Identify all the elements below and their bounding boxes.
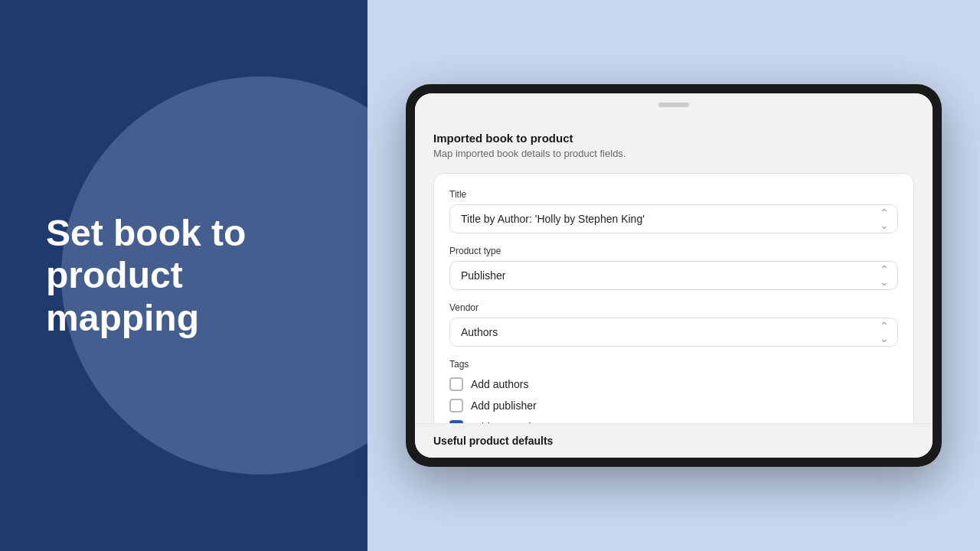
hero-heading: Set book to product mapping: [46, 212, 291, 339]
vendor-label: Vendor: [449, 302, 898, 313]
tablet-topbar: [415, 93, 933, 116]
left-panel: Set book to product mapping: [0, 0, 368, 551]
section-title: Imported book to product: [433, 132, 914, 145]
product-type-label: Product type: [449, 246, 898, 256]
product-type-select[interactable]: Publisher: [449, 261, 898, 290]
vendor-select[interactable]: Authors: [449, 318, 898, 347]
tags-section: Tags Add authors Add publisher Add categ…: [449, 359, 898, 423]
checkbox-item-add-publisher[interactable]: Add publisher: [449, 399, 898, 412]
mapping-card: Title Title by Author: 'Holly by Stephen…: [433, 173, 914, 423]
vendor-select-wrapper[interactable]: Authors ⌃⌄: [449, 318, 898, 347]
content-area[interactable]: Imported book to product Map imported bo…: [415, 116, 933, 423]
add-authors-label: Add authors: [471, 378, 529, 390]
tablet-screen: Imported book to product Map imported bo…: [415, 93, 933, 458]
bottom-section: Useful product defaults: [415, 423, 933, 458]
tablet-device: Imported book to product Map imported bo…: [406, 84, 942, 467]
title-label: Title: [449, 189, 898, 200]
right-panel: Imported book to product Map imported bo…: [368, 0, 980, 551]
product-type-select-wrapper[interactable]: Publisher ⌃⌄: [449, 261, 898, 290]
add-authors-checkbox[interactable]: [449, 377, 463, 391]
section-subtitle: Map imported book details to product fie…: [433, 148, 914, 159]
title-select[interactable]: Title by Author: 'Holly by Stephen King': [449, 204, 898, 233]
useful-defaults-label: Useful product defaults: [433, 435, 914, 447]
add-publisher-checkbox[interactable]: [449, 399, 463, 412]
checkbox-item-add-authors[interactable]: Add authors: [449, 377, 898, 391]
add-publisher-label: Add publisher: [471, 399, 537, 412]
tags-label: Tags: [449, 359, 898, 370]
topbar-pill: [658, 103, 689, 107]
title-select-wrapper[interactable]: Title by Author: 'Holly by Stephen King'…: [449, 204, 898, 233]
